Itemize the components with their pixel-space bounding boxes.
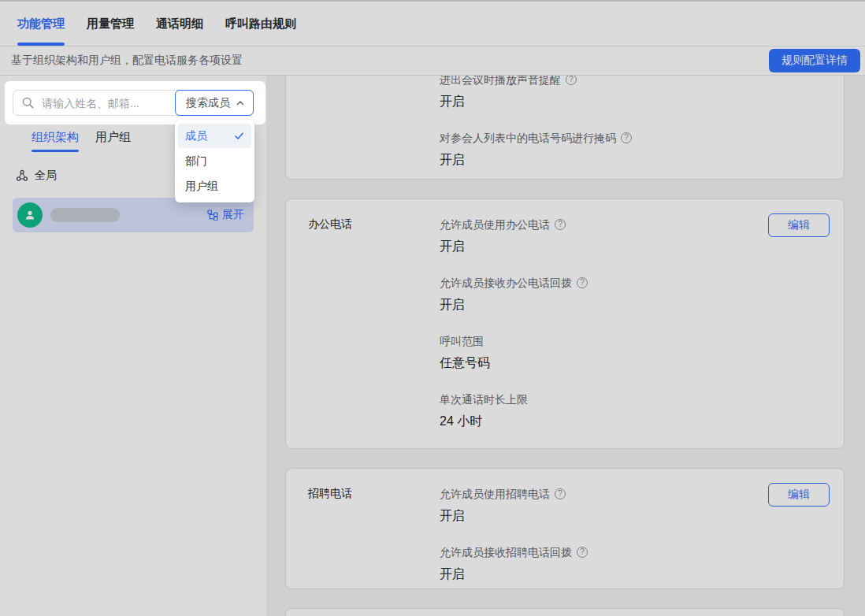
scope-option-user-group[interactable]: 用户组	[178, 174, 251, 199]
sub-header: 基于组织架构和用户组，配置电话服务各项设置 规则配置详情	[0, 46, 865, 76]
field-label: 进出会议时播放声音提醒	[440, 76, 561, 87]
help-icon[interactable]: ?	[577, 547, 588, 558]
field-label-row: 进出会议时播放声音提醒 ?	[440, 76, 825, 87]
tab-usage-management[interactable]: 用量管理	[87, 2, 134, 46]
search-icon	[21, 96, 35, 109]
sidebar-tab-user-group[interactable]: 用户组	[95, 130, 131, 152]
search-scope-value: 搜索成员	[186, 96, 230, 110]
tab-label: 功能管理	[17, 17, 65, 32]
field-value: 开启	[440, 150, 825, 169]
help-icon[interactable]: ?	[566, 76, 577, 85]
scope-option-department[interactable]: 部门	[178, 149, 251, 173]
field-allow-recruiting-phone: 允许成员使用招聘电话 ? 开启	[440, 486, 825, 525]
field-label-row: 呼叫范围	[440, 333, 825, 349]
field-value: 任意号码	[440, 354, 825, 373]
card-fields: 允许成员使用办公电话 ? 开启 允许成员接收办公电话回拨 ? 开启 呼叫范围	[440, 217, 825, 431]
edit-office-phone-button[interactable]: 编辑	[768, 213, 830, 237]
search-scope-dropdown[interactable]: 搜索成员	[175, 90, 254, 116]
org-tree-icon	[207, 210, 218, 221]
field-value: 开启	[440, 295, 825, 314]
field-phone-number-masking: 对参会人列表中的电话号码进行掩码 ? 开启	[440, 130, 825, 169]
sidebar-tab-org-structure[interactable]: 组织架构	[32, 130, 79, 152]
search-scope-menu: 成员 部门 用户组	[175, 120, 254, 202]
field-label-row: 允许成员接收办公电话回拨 ?	[440, 275, 825, 291]
expand-button[interactable]: 展开	[207, 208, 244, 222]
field-max-call-duration: 单次通话时长上限 24 小时	[440, 391, 825, 431]
field-label-row: 允许成员接收招聘电话回拨 ?	[440, 544, 825, 560]
active-tab-underline	[17, 43, 65, 46]
field-value: 开启	[440, 565, 825, 584]
global-label: 全局	[35, 169, 57, 183]
search-spotlight: 搜索成员	[5, 81, 265, 124]
selected-member-row[interactable]: 展开	[13, 198, 254, 232]
card-next-partial	[285, 608, 845, 616]
field-label: 允许成员使用办公电话	[440, 217, 550, 232]
top-nav: 功能管理 用量管理 通话明细 呼叫路由规则	[0, 0, 865, 46]
content-area: 组织架构 用户组 全局	[0, 76, 865, 616]
field-value: 开启	[440, 507, 825, 525]
field-label-row: 允许成员使用招聘电话 ?	[440, 486, 825, 502]
rule-config-detail-button[interactable]: 规则配置详情	[769, 49, 860, 72]
sidebar-active-tab-underline	[32, 150, 79, 152]
card-fields: 允许成员使用招聘电话 ? 开启 允许成员接收招聘电话回拨 ? 开启	[440, 486, 825, 584]
member-avatar	[17, 202, 43, 228]
tab-label: 用量管理	[87, 17, 134, 32]
settings-panel: 进出会议时播放声音提醒 ? 开启 对参会人列表中的电话号码进行掩码 ? 开启 办…	[266, 76, 865, 616]
tab-feature-management[interactable]: 功能管理	[17, 2, 65, 46]
card-office-phone: 办公电话 允许成员使用办公电话 ? 开启 允许成员接收办公电话回拨 ? 开启	[285, 199, 845, 449]
tab-label: 通话明细	[156, 17, 203, 32]
field-label: 对参会人列表中的电话号码进行掩码	[440, 130, 616, 146]
expand-label: 展开	[222, 208, 244, 222]
help-icon[interactable]: ?	[555, 219, 566, 230]
field-label-row: 对参会人列表中的电话号码进行掩码 ?	[440, 130, 825, 146]
help-icon[interactable]: ?	[577, 277, 588, 288]
sidebar-tab-label: 用户组	[95, 130, 131, 143]
card-meeting-settings: 进出会议时播放声音提醒 ? 开启 对参会人列表中的电话号码进行掩码 ? 开启	[285, 76, 845, 180]
field-meeting-sound-reminder: 进出会议时播放声音提醒 ? 开启	[440, 76, 825, 111]
field-label-row: 允许成员使用办公电话 ?	[440, 217, 825, 232]
edit-recruiting-phone-button[interactable]: 编辑	[768, 483, 830, 507]
scope-option-member[interactable]: 成员	[178, 124, 251, 148]
card-fields: 进出会议时播放声音提醒 ? 开启 对参会人列表中的电话号码进行掩码 ? 开启	[440, 76, 825, 169]
scope-option-label: 用户组	[185, 180, 218, 194]
sidebar-tab-label: 组织架构	[32, 130, 79, 143]
field-label: 允许成员接收招聘电话回拨	[440, 544, 572, 560]
card-title: 办公电话	[308, 217, 440, 431]
card-title	[308, 76, 440, 169]
chevron-up-icon	[236, 98, 245, 108]
member-search: 搜索成员	[13, 90, 254, 116]
help-icon[interactable]: ?	[555, 488, 566, 499]
card-recruiting-phone: 招聘电话 允许成员使用招聘电话 ? 开启 允许成员接收招聘电话回拨 ? 开启	[285, 468, 845, 589]
field-label: 允许成员接收办公电话回拨	[440, 275, 572, 291]
field-value: 24 小时	[440, 412, 825, 431]
field-allow-office-callback: 允许成员接收办公电话回拨 ? 开启	[440, 275, 825, 314]
field-call-range: 呼叫范围 任意号码	[440, 333, 825, 373]
field-label: 呼叫范围	[440, 333, 484, 349]
field-label-row: 单次通话时长上限	[440, 391, 825, 407]
tab-call-routing-rules[interactable]: 呼叫路由规则	[225, 2, 296, 46]
scope-option-label: 部门	[185, 154, 207, 169]
field-allow-office-phone: 允许成员使用办公电话 ? 开启	[440, 217, 825, 256]
tab-label: 呼叫路由规则	[225, 17, 296, 32]
tab-call-details[interactable]: 通话明细	[156, 2, 203, 46]
redacted-member-name	[50, 208, 120, 222]
check-icon	[234, 131, 244, 141]
person-icon	[24, 209, 36, 221]
card-title: 招聘电话	[308, 486, 440, 584]
field-label: 单次通话时长上限	[440, 391, 528, 407]
field-value: 开启	[440, 237, 825, 256]
field-label: 允许成员使用招聘电话	[440, 486, 550, 502]
org-structure-icon	[16, 169, 28, 182]
page-description: 基于组织架构和用户组，配置电话服务各项设置	[11, 54, 243, 68]
field-allow-recruiting-callback: 允许成员接收招聘电话回拨 ? 开启	[440, 544, 825, 584]
field-value: 开启	[440, 92, 825, 111]
help-icon[interactable]: ?	[621, 132, 632, 143]
scope-option-label: 成员	[185, 129, 207, 143]
